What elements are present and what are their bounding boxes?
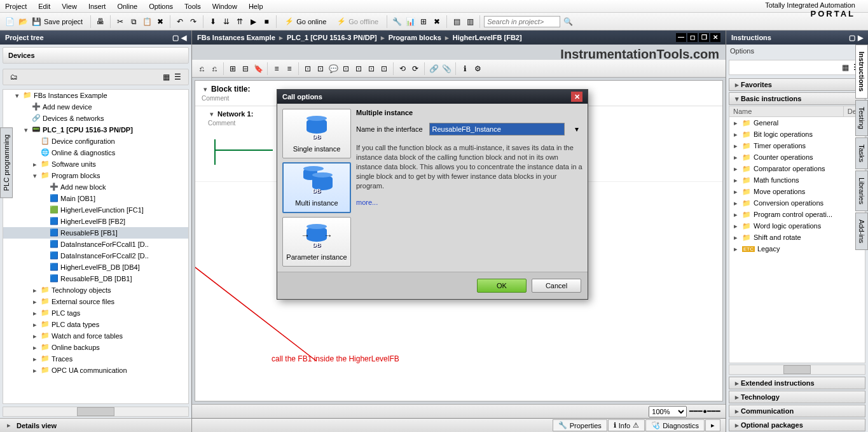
tool-icon-1[interactable]: 🔧 bbox=[391, 16, 403, 27]
ed-icon[interactable]: 📎 bbox=[441, 63, 452, 74]
open-project-icon[interactable]: 📂 bbox=[17, 16, 29, 27]
ed-icon[interactable]: ⊡ bbox=[378, 63, 390, 74]
ed-icon[interactable]: ⊟ bbox=[240, 63, 251, 74]
tree-item[interactable]: ▸📁Online backups bbox=[3, 342, 188, 353]
tree-item[interactable]: 🟦HigherLevelFB_DB [DB4] bbox=[3, 261, 188, 273]
minimize-icon[interactable]: — bbox=[676, 33, 686, 42]
acc-extended[interactable]: ▸Extended instructions bbox=[729, 377, 865, 389]
menu-project[interactable]: Project bbox=[5, 3, 27, 10]
tree-item[interactable]: 🌐Online & diagnostics bbox=[3, 147, 188, 158]
opt-parameter-instance[interactable]: DB→→ Parameter instance bbox=[282, 217, 351, 267]
more-link[interactable]: more... bbox=[356, 199, 378, 206]
cancel-button[interactable]: Cancel bbox=[532, 279, 581, 293]
tree-item[interactable]: 🟩HigherLevelFunction [FC1] bbox=[3, 204, 188, 216]
split-h-icon[interactable]: ▤ bbox=[451, 16, 462, 27]
tree-item[interactable]: 🟦Main [OB1] bbox=[3, 193, 188, 204]
instr-item[interactable]: ▸📁Move operations bbox=[729, 186, 865, 197]
menu-edit[interactable]: Edit bbox=[38, 3, 50, 10]
tab-info[interactable]: ℹ Info ⚠ bbox=[608, 419, 645, 431]
tree-item[interactable]: ▸📁Traces bbox=[3, 353, 188, 365]
search-input[interactable] bbox=[484, 16, 560, 27]
acc-communication[interactable]: ▸Communication bbox=[729, 405, 865, 417]
close-all-icon[interactable]: ✖ bbox=[431, 16, 443, 27]
delete-icon[interactable]: ✖ bbox=[155, 16, 166, 27]
menu-options[interactable]: Options bbox=[149, 3, 173, 10]
ed-icon[interactable]: ≡ bbox=[271, 63, 282, 74]
instr-item[interactable]: ▸📁Timer operations bbox=[729, 140, 865, 151]
instructions-list[interactable]: ▸📁General▸📁Bit logic operations▸📁Timer o… bbox=[729, 117, 865, 363]
tree-item[interactable]: ▾📟PLC_1 [CPU 1516-3 PN/DP] bbox=[3, 124, 188, 136]
side-tab-libraries[interactable]: Libraries bbox=[855, 171, 868, 211]
menu-insert[interactable]: Insert bbox=[88, 3, 106, 10]
menu-tools[interactable]: Tools bbox=[184, 3, 201, 10]
acc-optional[interactable]: ▸Optional packages bbox=[729, 419, 865, 431]
acc-technology[interactable]: ▸Technology bbox=[729, 391, 865, 403]
menu-online[interactable]: Online bbox=[117, 3, 137, 10]
dialog-close-icon[interactable]: ✕ bbox=[571, 92, 582, 102]
tab-properties[interactable]: 🔧 Properties bbox=[553, 419, 607, 431]
tree-item[interactable]: 🟦DataInstanceForFCcall2 [D.. bbox=[3, 250, 188, 261]
save-icon[interactable]: 💾 bbox=[31, 16, 42, 27]
ed-icon[interactable]: ⊡ bbox=[366, 63, 377, 74]
tree-item[interactable]: ➕Add new block bbox=[3, 181, 188, 193]
tree-item[interactable]: 🟦HigherLevelFB [FB2] bbox=[3, 216, 188, 227]
new-project-icon[interactable]: 📄 bbox=[4, 16, 15, 27]
dialog-title-bar[interactable]: Call options ✕ bbox=[277, 90, 588, 104]
download-icon[interactable]: ⇊ bbox=[221, 16, 232, 27]
instr-item[interactable]: ▸📁Counter operations bbox=[729, 151, 865, 163]
acc-basic[interactable]: ▾Basic instructions bbox=[729, 92, 865, 105]
tree-item[interactable]: 📋Device configuration bbox=[3, 136, 188, 147]
collapse-icon[interactable]: ▢ bbox=[172, 34, 179, 42]
compile-icon[interactable]: ⬇ bbox=[207, 16, 219, 27]
instr-scrollbar[interactable] bbox=[729, 365, 865, 375]
hide-icon[interactable]: ▶ bbox=[858, 34, 863, 42]
instr-item[interactable]: ▸📁Comparator operations bbox=[729, 163, 865, 174]
ed-icon[interactable]: ⊡ bbox=[302, 63, 313, 74]
tree-root[interactable]: ▾📁FBs Instances Example bbox=[3, 90, 188, 101]
opt-single-instance[interactable]: DB Single instance bbox=[282, 109, 351, 158]
redo-icon[interactable]: ↷ bbox=[188, 16, 199, 27]
filter-input[interactable] bbox=[732, 64, 839, 71]
tree-list-icon[interactable]: ☰ bbox=[172, 71, 183, 83]
tree-item[interactable]: ▸📁Watch and force tables bbox=[3, 330, 188, 342]
sim-icon[interactable]: ▶ bbox=[247, 16, 259, 27]
tree-scrollbar[interactable] bbox=[3, 407, 189, 417]
ed-icon[interactable]: ⎌ bbox=[209, 63, 220, 74]
ok-button[interactable]: OK bbox=[477, 279, 527, 293]
print-icon[interactable]: 🖶 bbox=[95, 16, 106, 27]
menu-help[interactable]: Help bbox=[249, 3, 263, 10]
instr-item[interactable]: ▸ETCLegacy bbox=[729, 243, 865, 254]
side-tab-instructions[interactable]: Instructions bbox=[855, 45, 868, 99]
tree-item[interactable]: 🟦ReusableFB [FB1] bbox=[3, 227, 188, 239]
split-v-icon[interactable]: ▥ bbox=[464, 16, 476, 27]
undo-icon[interactable]: ↶ bbox=[174, 16, 186, 27]
opt-multi-instance[interactable]: DB Multi instance bbox=[282, 162, 351, 213]
instr-item[interactable]: ▸📁Word logic operations bbox=[729, 220, 865, 232]
menu-window[interactable]: Window bbox=[212, 3, 237, 10]
instr-item[interactable]: ▸📁Shift and rotate bbox=[729, 232, 865, 243]
ed-icon[interactable]: ⎌ bbox=[196, 63, 207, 74]
ed-icon[interactable]: 💬 bbox=[327, 63, 339, 74]
ed-icon[interactable]: ⊡ bbox=[340, 63, 352, 74]
pin-icon[interactable]: ▢ bbox=[849, 34, 855, 42]
paste-icon[interactable]: 📋 bbox=[141, 16, 153, 27]
tool-icon-2[interactable]: 📊 bbox=[404, 16, 416, 27]
devices-tab[interactable]: Devices bbox=[3, 47, 189, 64]
menu-view[interactable]: View bbox=[62, 3, 77, 10]
go-offline-button[interactable]: ⚡Go offline bbox=[333, 15, 383, 27]
tree-item[interactable]: ▸📁PLC data types bbox=[3, 319, 188, 330]
instr-item[interactable]: ▸📁Math functions bbox=[729, 174, 865, 186]
maximize-icon[interactable]: ◻ bbox=[687, 33, 698, 42]
tree-item[interactable]: ➕Add new device bbox=[3, 101, 188, 113]
side-tab-addins[interactable]: Add-ins bbox=[855, 213, 868, 250]
instr-item[interactable]: ▸📁General bbox=[729, 117, 865, 129]
opt-icon[interactable]: ▦ bbox=[839, 62, 851, 73]
tree-item[interactable]: ▸📁PLC tags bbox=[3, 307, 188, 319]
zoom-select[interactable]: 100% bbox=[649, 406, 687, 417]
restore-icon[interactable]: ❐ bbox=[699, 33, 709, 42]
tree-item[interactable]: 🔗Devices & networks bbox=[3, 113, 188, 124]
project-tree[interactable]: ▾📁FBs Instances Example ➕Add new device🔗… bbox=[3, 89, 189, 404]
tree-item[interactable]: 🟦DataInstanceForFCcall1 [D.. bbox=[3, 239, 188, 250]
acc-favorites[interactable]: ▸Favorites bbox=[729, 78, 865, 91]
pin-icon[interactable]: ◀ bbox=[181, 34, 186, 42]
